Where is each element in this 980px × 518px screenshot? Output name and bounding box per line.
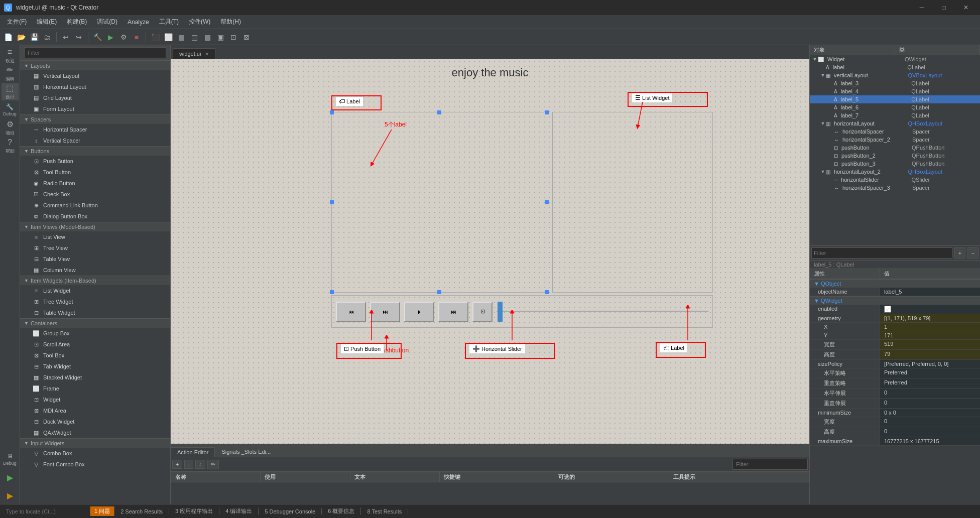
prop-add-button[interactable]: +	[954, 247, 965, 258]
new-file-button[interactable]: 📄	[2, 31, 14, 43]
design-icon[interactable]: ⬚ 设计	[2, 83, 19, 100]
action-btn4[interactable]: ✏	[207, 460, 219, 469]
tree-row-verticallayout[interactable]: ▼ ▦ verticalLayout QVBoxLayout	[810, 71, 980, 79]
action-btn3[interactable]: ↕	[195, 460, 205, 469]
align-left-button[interactable]: ⬛	[149, 31, 161, 43]
tree-row-label5[interactable]: A label_5 QLabel	[810, 95, 980, 103]
tree-expand-hlayout[interactable]: ▼	[820, 121, 826, 126]
add-action-button[interactable]: +	[172, 460, 182, 469]
locate-input[interactable]	[6, 508, 84, 514]
sidebar-item-list-view[interactable]: ≡ List View	[20, 231, 170, 242]
sidebar-item-radio-button[interactable]: ◉ Radio Button	[20, 178, 170, 189]
spacers-section-header[interactable]: ▼ Spacers	[20, 114, 170, 124]
prop-row-hpolicy[interactable]: 水平策略 Preferred	[810, 368, 980, 378]
sidebar-item-dock-widget[interactable]: ⊟ Dock Widget	[20, 416, 170, 427]
editor-tab-widget-ui[interactable]: widget.ui ✕	[173, 48, 215, 59]
status-debugger-console[interactable]: 5 Debugger Console	[259, 508, 322, 514]
sidebar-item-table-view[interactable]: ⊟ Table View	[20, 253, 170, 265]
prop-row-minwidth[interactable]: 宽度 0	[810, 417, 980, 427]
align-right-button[interactable]: ▦	[175, 31, 187, 43]
sidebar-item-column-view[interactable]: ▦ Column View	[20, 265, 170, 276]
sidebar-item-table-widget[interactable]: ⊟ Table Widget	[20, 307, 170, 318]
sidebar-item-tree-widget[interactable]: ⊞ Tree Widget	[20, 296, 170, 307]
save-all-button[interactable]: 🗂	[41, 31, 53, 43]
canvas-right-frame[interactable]	[552, 112, 713, 293]
item-views-section-header[interactable]: ▼ Item Views (Model-Based)	[20, 222, 170, 231]
sidebar-item-scroll-area[interactable]: ⊡ Scroll Area	[20, 339, 170, 350]
prop-row-vstretch[interactable]: 垂直伸展 0	[810, 399, 980, 409]
sidebar-item-mdi-area[interactable]: ⊠ MDI Area	[20, 405, 170, 416]
align-top-button[interactable]: ▤	[201, 31, 213, 43]
sidebar-item-stacked-widget[interactable]: ▦ Stacked Widget	[20, 372, 170, 383]
prop-row-maxsize[interactable]: maximumSize 16777215 x 16777215	[810, 437, 980, 446]
tree-expand-vlayout[interactable]: ▼	[820, 73, 826, 78]
debug-icon[interactable]: 🔧 Debug	[2, 101, 19, 118]
layouts-section-header[interactable]: ▼ Layouts	[20, 61, 170, 70]
tree-row-label3[interactable]: A label_3 QLabel	[810, 79, 980, 87]
tree-row-hspacer3[interactable]: ↔ horizontalSpacer_3 Spacer	[810, 184, 980, 192]
prop-row-hstretch[interactable]: 水平伸展 0	[810, 388, 980, 399]
tree-expand-hlayout2[interactable]: ▼	[820, 169, 826, 174]
prop-row-height[interactable]: 高度 79	[810, 350, 980, 360]
sidebar-item-combo-box[interactable]: ▽ Combo Box	[20, 448, 170, 459]
edit-icon[interactable]: ✏ 编辑	[2, 65, 19, 82]
status-overview[interactable]: 6 概要信息	[322, 507, 361, 515]
sidebar-item-grid-layout[interactable]: ▤ Grid Layout	[20, 92, 170, 103]
sidebar-item-check-box[interactable]: ☑ Check Box	[20, 189, 170, 200]
prop-row-minsize[interactable]: minimumSize 0 x 0	[810, 409, 980, 417]
welcome-icon[interactable]: ≡ 欢迎	[2, 47, 19, 64]
editor-tab-close-icon[interactable]: ✕	[205, 51, 209, 57]
canvas-media-btn-4[interactable]: ⏭	[438, 302, 468, 322]
menu-tools[interactable]: 工具(T)	[154, 16, 184, 28]
menu-edit[interactable]: 编辑(E)	[32, 16, 62, 28]
status-test-results[interactable]: 8 Test Results	[361, 508, 408, 514]
status-locate[interactable]	[0, 508, 90, 514]
sidebar-item-group-box[interactable]: ⬜ Group Box	[20, 328, 170, 339]
sidebar-item-widget[interactable]: ⊡ Widget	[20, 394, 170, 405]
break-layout-button[interactable]: ⊡	[227, 31, 239, 43]
canvas-media-btn-5[interactable]: ⊡	[472, 302, 493, 322]
close-button[interactable]: ✕	[956, 0, 976, 15]
menu-controls[interactable]: 控件(W)	[184, 16, 215, 28]
sidebar-item-push-button[interactable]: ⊡ Push Button	[20, 156, 170, 167]
prop-section-qwidget[interactable]: ▼ QWidget	[810, 296, 980, 305]
tree-row-pushbutton3[interactable]: ⊡ pushButton_3 QPushButton	[810, 160, 980, 168]
sidebar-item-horizontal-spacer[interactable]: ↔ Horizontal Spacer	[20, 124, 170, 135]
stop-button[interactable]: ■	[131, 31, 143, 43]
prop-row-x[interactable]: X 1	[810, 323, 980, 331]
sidebar-item-font-combo-box[interactable]: ▽ Font Combo Box	[20, 459, 170, 470]
bottom-filter-input[interactable]	[732, 459, 808, 470]
tree-row-pushbutton2[interactable]: ⊡ pushButton_2 QPushButton	[810, 152, 980, 160]
remove-action-button[interactable]: -	[184, 460, 193, 469]
play-green-icon[interactable]: ▶	[2, 469, 19, 486]
tree-row-label6[interactable]: A label_6 QLabel	[810, 103, 980, 111]
maximize-button[interactable]: □	[934, 0, 954, 15]
prop-row-geometry[interactable]: geometry [(1, 171), 519 x 79]	[810, 314, 980, 323]
tree-row-hspacer[interactable]: ↔ horizontalSpacer Spacer	[810, 127, 980, 136]
status-search-results[interactable]: 2 Search Results	[114, 508, 169, 514]
adjust-size-button[interactable]: ⊠	[240, 31, 253, 43]
redo-button[interactable]: ↪	[73, 31, 85, 43]
tree-row-hlayout2[interactable]: ▼ ▥ horizontalLayout_2 QHBoxLayout	[810, 168, 980, 176]
sidebar-item-vertical-spacer[interactable]: ↕ Vertical Spacer	[20, 135, 170, 146]
tree-row-hslider[interactable]: ─ horizontalSlider QSlider	[810, 176, 980, 184]
sidebar-item-command-link-button[interactable]: ⊕ Command Link Button	[20, 200, 170, 211]
align-justify-button[interactable]: ▥	[188, 31, 200, 43]
status-problems[interactable]: 1 问题	[90, 506, 114, 516]
tree-row-widget[interactable]: ▼ ⬜ Widget QWidget	[810, 55, 980, 63]
sidebar-item-dialog-button-box[interactable]: ⧉ Dialog Button Box	[20, 211, 170, 222]
status-app-output[interactable]: 3 应用程序输出	[169, 507, 219, 515]
buttons-section-header[interactable]: ▼ Buttons	[20, 146, 170, 156]
build-button[interactable]: 🔨	[91, 31, 103, 43]
prop-enabled-checkbox[interactable]: ✓	[884, 306, 891, 313]
prop-row-width[interactable]: 宽度 519	[810, 340, 980, 350]
tree-row-hspacer2[interactable]: ↔ horizontalSpacer_2 Spacer	[810, 136, 980, 144]
bottom-tab-signals-slots[interactable]: Signals _Slots Edi...	[215, 447, 277, 457]
tree-row-hlayout[interactable]: ▼ ▥ horizontalLayout QHBoxLayout	[810, 119, 980, 127]
debug-run-button[interactable]: ⚙	[117, 31, 130, 43]
sidebar-item-list-widget[interactable]: ≡ List Widget	[20, 285, 170, 296]
play-orange-icon[interactable]: ▶	[2, 487, 19, 504]
prop-section-qobject[interactable]: ▼ QObject	[810, 279, 980, 288]
status-compile-output[interactable]: 4 编译输出	[219, 507, 259, 515]
minimize-button[interactable]: ─	[912, 0, 932, 15]
